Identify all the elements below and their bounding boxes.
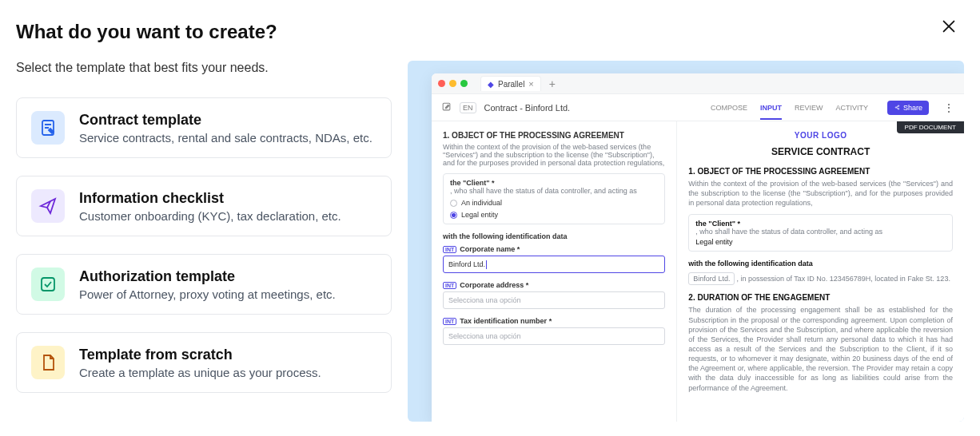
close-icon [940, 18, 958, 35]
svg-point-3 [895, 107, 897, 109]
template-contract[interactable]: Contract template Service contracts, ren… [16, 97, 392, 158]
new-tab-button[interactable]: + [549, 77, 556, 90]
template-desc: Service contracts, rental and sale contr… [79, 131, 372, 145]
share-button[interactable]: Share [887, 101, 929, 115]
contract-title: SERVICE CONTRACT [688, 146, 953, 157]
paper-plane-icon [31, 189, 65, 223]
int-tag: INT [443, 246, 456, 253]
section-body: Within the context of the provision of t… [443, 143, 665, 167]
corporate-name-input[interactable]: Binford Ltd. [443, 256, 665, 273]
page-subtitle: Select the template that best fits your … [16, 61, 392, 75]
share-icon [894, 104, 901, 111]
tab-activity[interactable]: ACTIVITY [835, 104, 868, 112]
svg-rect-1 [42, 278, 54, 291]
form-pane: 1. OBJECT OF THE PROCESSING AGREEMENT Wi… [432, 121, 676, 422]
app-logo-icon: ◆ [488, 80, 494, 89]
preview-panel: ◆ Parallel × + EN Contract - Binford Ltd… [408, 61, 964, 422]
language-badge[interactable]: EN [460, 102, 476, 113]
traffic-max-icon [460, 80, 468, 87]
check-square-icon [31, 268, 65, 301]
doc-ident-heading: with the following identification data [688, 260, 953, 268]
traffic-close-icon [438, 80, 445, 87]
doc-client-value: Legal entity [695, 238, 946, 246]
template-desc: Create a template as unique as your proc… [79, 366, 321, 379]
input-placeholder: Selecciona una opción [448, 332, 521, 340]
input-value: Binford Ltd. [448, 260, 485, 268]
section-heading: 1. OBJECT OF THE PROCESSING AGREEMENT [443, 131, 665, 140]
doc-client-label: the "Client" * [695, 220, 946, 228]
client-label: the "Client" * [450, 179, 658, 187]
close-button[interactable] [940, 18, 958, 35]
text-cursor [486, 260, 487, 269]
radio-individual[interactable]: An individual [450, 199, 658, 207]
edit-icon[interactable] [441, 101, 452, 115]
field-label: Corporate name * [460, 245, 520, 253]
document-edit-icon [31, 111, 65, 145]
field-label: Tax identification number * [460, 317, 552, 325]
template-checklist[interactable]: Information checklist Customer onboardin… [16, 176, 392, 236]
more-menu-button[interactable]: ⋮ [943, 101, 954, 114]
template-authorization[interactable]: Authorization template Power of Attorney… [16, 254, 392, 315]
corporate-address-input[interactable]: Selecciona una opción [443, 291, 665, 309]
template-scratch[interactable]: Template from scratch Create a template … [16, 332, 392, 393]
radio-label: Legal entity [461, 211, 498, 219]
doc-section-heading: 2. DURATION OF THE ENGAGEMENT [688, 293, 953, 302]
field-label: Corporate address * [460, 281, 528, 289]
input-placeholder: Selecciona una opción [448, 296, 521, 304]
doc-paragraph: Within the context of the provision of t… [688, 179, 953, 208]
radio-legal-entity[interactable]: Legal entity [450, 211, 658, 219]
doc-chip-corporate-name: Binford Ltd. [688, 272, 735, 285]
page-title: What do you want to create? [16, 21, 964, 43]
doc-ident-tail: , in possession of Tax ID No. 123456789H… [736, 275, 950, 283]
template-desc: Customer onboarding (KYC), tax declarati… [79, 209, 341, 223]
browser-tab[interactable]: ◆ Parallel × [480, 76, 541, 91]
traffic-min-icon [449, 80, 456, 87]
doc-section-heading: 1. OBJECT OF THE PROCESSING AGREEMENT [688, 167, 953, 176]
template-desc: Power of Attorney, proxy voting at meeti… [79, 287, 336, 301]
document-icon [31, 346, 65, 379]
doc-client-sub: , who shall have the status of data cont… [695, 228, 946, 236]
radio-label: An individual [461, 199, 502, 207]
tab-close-icon[interactable]: × [528, 79, 533, 89]
template-title: Contract template [79, 112, 372, 129]
browser-tabbar: ◆ Parallel × + [432, 73, 964, 94]
template-title: Authorization template [79, 268, 336, 285]
tab-input[interactable]: INPUT [760, 104, 782, 120]
pdf-badge: PDF DOCUMENT [897, 121, 964, 133]
template-title: Template from scratch [79, 347, 321, 363]
int-tag: INT [443, 282, 456, 289]
ident-heading: with the following identification data [443, 232, 665, 240]
client-sub: , who shall have the status of data cont… [450, 187, 658, 195]
template-title: Information checklist [79, 190, 341, 207]
doc-paragraph: The duration of the processing engagemen… [688, 305, 953, 392]
tab-review[interactable]: REVIEW [795, 104, 823, 112]
tab-label: Parallel [498, 80, 524, 89]
document-title: Contract - Binford Ltd. [484, 103, 703, 113]
tab-compose[interactable]: COMPOSE [711, 104, 747, 112]
int-tag: INT [443, 318, 456, 325]
document-pane: PDF DOCUMENT YOUR LOGO SERVICE CONTRACT … [676, 121, 964, 422]
tax-id-input[interactable]: Selecciona una opción [443, 327, 665, 345]
share-label: Share [903, 104, 922, 112]
